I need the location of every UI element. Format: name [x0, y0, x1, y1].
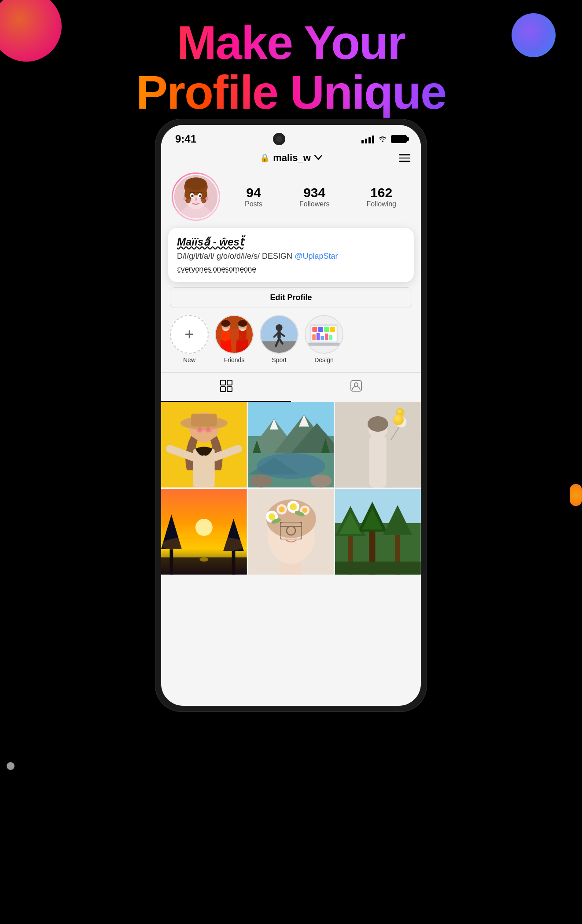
svg-point-104 [279, 506, 285, 513]
reel-overlay-icon [280, 522, 302, 541]
battery-icon [391, 135, 407, 143]
svg-point-26 [276, 324, 282, 331]
grid-item-6[interactable] [335, 489, 421, 575]
bio-desc-text: D/i/g/i/t/a/l/ g/o/o/d/i/e/s/ DESIGN [177, 252, 292, 260]
tab-tagged[interactable] [291, 373, 421, 402]
dandelion-svg [335, 402, 421, 488]
highlight-sport-label: Sport [272, 356, 286, 363]
svg-rect-48 [227, 387, 232, 392]
stat-posts: 94 Posts [245, 185, 262, 208]
avatar[interactable] [172, 172, 220, 221]
highlight-sport[interactable]: Sport [260, 315, 298, 363]
lock-icon: 🔒 [260, 153, 269, 163]
svg-rect-47 [221, 387, 225, 392]
posts-label: Posts [245, 200, 262, 208]
svg-rect-58 [196, 428, 204, 433]
signal-bar-1 [361, 140, 364, 143]
phone-screen: 9:41 🔒 [161, 125, 421, 706]
grid-photo-sunset [161, 489, 247, 575]
svg-rect-54 [191, 414, 217, 427]
status-bar: 9:41 [161, 125, 421, 149]
menu-line-2 [399, 158, 410, 159]
followers-label: Followers [299, 200, 329, 208]
followers-count: 934 [299, 185, 329, 200]
grid-photo-yellow-woman [161, 402, 247, 488]
grid-photo-mountain [248, 402, 334, 488]
posts-count: 94 [245, 185, 262, 200]
svg-rect-43 [329, 335, 332, 340]
avatar-image [174, 175, 217, 218]
bio-name: Maïïsa̋ - ŵesẗ [177, 236, 405, 248]
grid-photo-dandelion [335, 402, 421, 488]
svg-point-11 [199, 195, 201, 197]
grid-item-3[interactable] [335, 402, 421, 488]
ig-username: 🔒 malis_w [260, 152, 322, 164]
highlight-friends[interactable]: Friends [215, 315, 254, 363]
svg-rect-44 [308, 343, 340, 346]
following-count: 162 [366, 185, 396, 200]
svg-rect-38 [330, 327, 335, 332]
svg-point-106 [290, 503, 297, 510]
bio-card: Maïïsa̋ - ŵesẗ D/i/g/i/t/a/l/ g/o/o/d/i… [168, 228, 414, 282]
grid-item-2[interactable] [248, 402, 334, 488]
tab-grid[interactable] [161, 373, 291, 402]
phone-frame: 9:41 🔒 [155, 119, 427, 712]
side-orb [570, 484, 582, 506]
svg-rect-59 [205, 428, 213, 433]
chevron-down-icon[interactable] [314, 154, 322, 162]
grid-item-5[interactable] [248, 489, 334, 575]
svg-point-102 [268, 513, 275, 520]
svg-point-94 [200, 557, 208, 562]
menu-line-3 [399, 161, 410, 162]
svg-rect-42 [325, 334, 328, 340]
status-time: 9:41 [175, 133, 196, 145]
highlight-design-circle [305, 315, 343, 354]
svg-point-79 [368, 416, 388, 432]
highlight-design[interactable]: Design [305, 315, 343, 363]
bio-mention[interactable]: @UplapStar [295, 252, 338, 260]
svg-point-7 [185, 177, 207, 190]
bg-orb-bottomleft [7, 762, 15, 770]
signal-bars-icon [361, 135, 374, 143]
highlight-sport-image [261, 315, 298, 354]
grid-item-1[interactable] [161, 402, 247, 488]
wifi-icon [378, 134, 387, 144]
svg-rect-39 [312, 334, 316, 340]
signal-bar-4 [372, 136, 374, 143]
svg-rect-35 [312, 327, 317, 332]
svg-point-15 [199, 198, 205, 202]
highlight-friends-label: Friends [224, 356, 245, 363]
svg-rect-123 [335, 561, 421, 574]
svg-point-14 [187, 198, 193, 202]
stat-following: 162 Following [366, 185, 396, 208]
signal-bar-3 [368, 137, 371, 143]
headline: Make Your Profile Unique [0, 18, 582, 117]
edit-profile-button[interactable]: Edit Profile [170, 287, 412, 308]
photo-grid [161, 402, 421, 574]
add-highlight-icon: + [184, 326, 194, 342]
svg-point-13 [205, 197, 208, 200]
person-tag-icon [350, 380, 362, 392]
svg-rect-46 [227, 380, 232, 385]
ig-header: 🔒 malis_w [161, 149, 421, 167]
headline-profile: Profile [136, 66, 278, 119]
svg-rect-45 [221, 380, 225, 385]
menu-button[interactable] [399, 154, 410, 162]
grid-icon [220, 380, 232, 392]
highlight-new[interactable]: + New [170, 315, 209, 363]
svg-point-88 [195, 519, 213, 536]
menu-line-1 [399, 154, 410, 155]
grid-item-4[interactable] [161, 489, 247, 575]
highlights-row: + New [161, 315, 421, 372]
svg-rect-23 [216, 316, 253, 329]
headline-line2: Profile Unique [0, 67, 582, 117]
highlight-design-image [306, 315, 343, 354]
headline-line1: Make Your [0, 18, 582, 67]
bio-description: D/i/g/i/t/a/l/ g/o/o/d/i/e/s/ DESIGN @Up… [177, 251, 405, 262]
highlight-friends-circle [215, 315, 254, 354]
highlight-sport-circle [260, 315, 298, 354]
status-camera [273, 133, 285, 145]
svg-point-95 [161, 536, 247, 553]
following-label: Following [366, 200, 396, 208]
svg-point-72 [250, 475, 272, 488]
